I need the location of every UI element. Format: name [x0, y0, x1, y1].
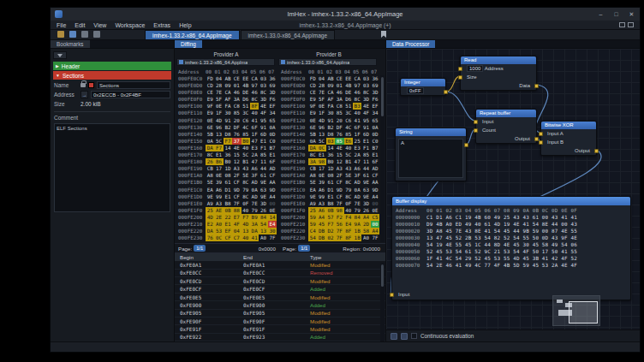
hex-byte[interactable]: 04 [232, 228, 241, 234]
hex-byte[interactable]: 40 [242, 234, 250, 241]
hex-byte[interactable]: 40 [242, 145, 250, 151]
hex-byte[interactable]: 97 [250, 82, 259, 89]
hex-byte[interactable]: 5B [206, 131, 214, 138]
minimize-button[interactable]: – [597, 11, 605, 18]
hex-byte[interactable]: 79 [250, 207, 259, 214]
hex-byte[interactable]: A3 [214, 200, 223, 207]
hex-byte[interactable]: 30 [268, 228, 277, 234]
hex-byte[interactable]: DA [206, 145, 214, 151]
hex-byte[interactable]: DF [335, 124, 343, 131]
hex-scrollbar[interactable] [380, 75, 385, 242]
hex-byte[interactable]: 0D [371, 131, 379, 138]
hex-byte[interactable]: D6 [344, 96, 353, 103]
hex-byte[interactable]: 0C [214, 234, 223, 241]
hex-byte[interactable]: 01 [232, 82, 241, 89]
node-buffer-display[interactable]: Buffer display Address 00 01 02 03 04 05… [391, 196, 631, 300]
undo-icon[interactable] [81, 31, 88, 38]
hex-byte[interactable]: A0 [214, 221, 223, 228]
hex-byte[interactable]: 20 [232, 117, 241, 124]
hex-byte[interactable]: 14 [326, 145, 335, 151]
hex-byte[interactable]: DA [250, 228, 259, 234]
hex-byte[interactable]: 0E [317, 172, 325, 179]
hex-byte[interactable]: A3 [232, 165, 241, 172]
hex-byte[interactable]: 39 [317, 179, 325, 186]
hex-byte[interactable]: E9 [308, 110, 317, 116]
hex-byte[interactable]: 5E [308, 179, 317, 186]
hex-byte[interactable]: 5E [242, 172, 250, 179]
hex-byte[interactable]: 7F [232, 200, 241, 207]
hex-byte[interactable]: 9D [335, 187, 343, 193]
hex-byte[interactable]: 61 [326, 179, 335, 186]
hex-byte[interactable]: 61 [224, 179, 232, 186]
hex-byte[interactable]: 47 [250, 158, 259, 165]
hex-byte[interactable]: 7F [268, 234, 277, 241]
hex-byte[interactable]: F1 [361, 145, 370, 151]
hex-byte[interactable]: EF [268, 103, 277, 110]
hex-byte[interactable]: 03 [259, 75, 267, 82]
hex-byte[interactable]: 00 [268, 200, 277, 207]
hex-byte[interactable]: E9 [206, 110, 214, 116]
hex-byte[interactable]: A3 [317, 200, 325, 207]
hex-byte[interactable]: 79 [344, 187, 353, 193]
hex-byte[interactable]: 53 [214, 228, 223, 234]
hex-byte[interactable]: 1D [224, 165, 232, 172]
hex-byte[interactable]: C5 [371, 214, 379, 221]
hex-byte[interactable]: 51 [344, 103, 353, 110]
hex-byte[interactable]: 14 [268, 214, 277, 221]
hex-byte[interactable]: A6 [317, 207, 325, 214]
hex-byte[interactable]: 44 [259, 165, 267, 172]
continuous-evaluation-checkbox[interactable] [411, 333, 417, 339]
hex-byte[interactable]: AD [250, 179, 259, 186]
address-field[interactable]: 0x2ECCB - 0x2F4BF [91, 91, 170, 98]
diff-table-row[interactable]: 0xFE0A10xFE0A1Modified [175, 261, 385, 269]
hex-byte[interactable]: 3D [371, 89, 379, 96]
hex-byte[interactable]: 63 [361, 187, 370, 193]
hex-byte[interactable]: 0A [353, 187, 361, 193]
hex-byte[interactable]: F2 [335, 214, 343, 221]
tab-diffing[interactable]: Diffing [175, 40, 202, 48]
hex-byte[interactable]: 3A [232, 96, 241, 103]
hex-byte[interactable]: D2 [326, 228, 335, 234]
bookmark-entry-sections[interactable]: ▼ Sections [53, 71, 171, 80]
hex-byte[interactable]: 6D [361, 131, 370, 138]
hex-byte[interactable]: 25 [353, 138, 361, 145]
hex-byte[interactable]: A9 [206, 200, 214, 207]
hex-byte[interactable]: 8C [242, 179, 250, 186]
output-pin[interactable] [594, 149, 599, 153]
hex-byte[interactable]: 20 [335, 117, 343, 124]
hex-byte[interactable]: 9F [206, 103, 214, 110]
hex-byte[interactable]: 6F [371, 158, 379, 165]
hex-byte[interactable]: 5C [344, 151, 353, 158]
hex-byte[interactable]: B0 [326, 158, 335, 165]
hex-byte[interactable]: 7E [214, 89, 223, 96]
hex-byte[interactable]: 1F [317, 110, 325, 116]
hex-byte[interactable]: 65 [268, 117, 277, 124]
hex-byte[interactable]: AB [224, 75, 232, 82]
hex-byte[interactable]: 1B [353, 234, 361, 241]
hex-byte[interactable]: 4F [232, 221, 241, 228]
hex-byte[interactable]: 9D [371, 187, 379, 193]
hex-byte[interactable]: 09 [326, 82, 335, 89]
hex-byte[interactable]: C0 [371, 138, 379, 145]
hex-byte[interactable]: 5C [242, 151, 250, 158]
hex-byte[interactable]: 00 [371, 221, 379, 228]
hex-byte[interactable]: 46 [353, 89, 361, 96]
hex-byte[interactable]: 17 [214, 165, 223, 172]
hex-byte[interactable]: 12 [335, 158, 343, 165]
hex-byte[interactable]: 54 [308, 234, 317, 241]
hex-byte[interactable]: A4 [268, 193, 277, 200]
menu-workspace[interactable]: Workspace [115, 22, 145, 28]
hex-byte[interactable]: 7E [353, 200, 361, 207]
hex-byte[interactable]: 8F [344, 228, 353, 234]
hex-byte[interactable]: 34 [371, 110, 379, 116]
hex-byte[interactable]: 40 [353, 110, 361, 116]
hex-byte[interactable]: 76 [206, 234, 214, 241]
hex-byte[interactable]: 3A [308, 158, 317, 165]
hex-byte[interactable]: 26 [206, 158, 214, 165]
titlebar[interactable]: ImHex - imhex-1.33.2-x86_64.AppImage – □… [51, 8, 640, 21]
hex-byte[interactable]: F7 [326, 221, 335, 228]
hex-byte[interactable]: B9 [250, 214, 259, 221]
hex-byte[interactable]: A6 [353, 165, 361, 172]
integer-value-field[interactable]: 0xFF [407, 87, 424, 94]
hex-byte[interactable]: AF [224, 96, 232, 103]
